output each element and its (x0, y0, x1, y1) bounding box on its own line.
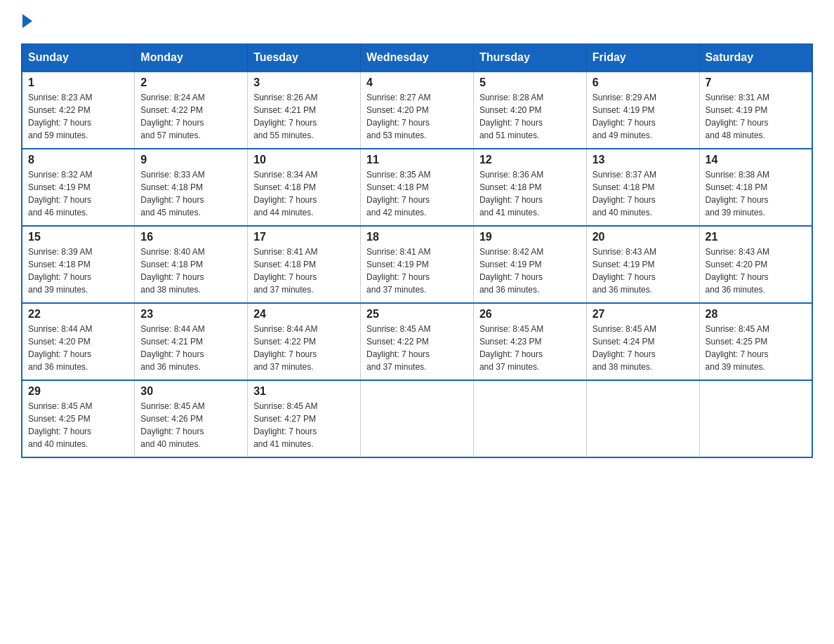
day-cell: 10Sunrise: 8:34 AMSunset: 4:18 PMDayligh… (248, 149, 361, 226)
column-header-friday: Friday (586, 44, 699, 72)
day-info: Sunrise: 8:43 AMSunset: 4:19 PMDaylight:… (593, 246, 694, 296)
day-info: Sunrise: 8:23 AMSunset: 4:22 PMDaylight:… (28, 91, 128, 142)
day-info: Sunrise: 8:26 AMSunset: 4:21 PMDaylight:… (253, 91, 355, 142)
day-cell: 2Sunrise: 8:24 AMSunset: 4:22 PMDaylight… (135, 72, 248, 149)
week-row-4: 22Sunrise: 8:44 AMSunset: 4:20 PMDayligh… (22, 303, 812, 380)
day-cell: 8Sunrise: 8:32 AMSunset: 4:19 PMDaylight… (22, 149, 135, 226)
day-number: 17 (253, 231, 355, 243)
day-number: 7 (706, 76, 806, 89)
day-info: Sunrise: 8:45 AMSunset: 4:24 PMDaylight:… (593, 323, 694, 373)
day-cell: 24Sunrise: 8:44 AMSunset: 4:22 PMDayligh… (248, 303, 361, 380)
day-number: 12 (479, 154, 581, 166)
day-info: Sunrise: 8:44 AMSunset: 4:21 PMDaylight:… (140, 323, 241, 373)
day-cell (473, 380, 586, 457)
day-number: 19 (479, 231, 581, 243)
day-cell: 3Sunrise: 8:26 AMSunset: 4:21 PMDaylight… (248, 72, 361, 149)
column-header-wednesday: Wednesday (361, 44, 474, 72)
day-info: Sunrise: 8:40 AMSunset: 4:18 PMDaylight:… (140, 246, 241, 296)
day-info: Sunrise: 8:37 AMSunset: 4:18 PMDaylight:… (593, 168, 694, 219)
day-cell (699, 380, 812, 457)
day-number: 4 (366, 76, 468, 89)
day-info: Sunrise: 8:45 AMSunset: 4:26 PMDaylight:… (140, 400, 241, 450)
day-info: Sunrise: 8:32 AMSunset: 4:19 PMDaylight:… (28, 168, 128, 219)
day-info: Sunrise: 8:44 AMSunset: 4:22 PMDaylight:… (253, 323, 355, 373)
day-number: 13 (593, 154, 694, 166)
day-number: 23 (140, 308, 241, 321)
day-number: 16 (140, 231, 241, 243)
day-number: 2 (140, 76, 241, 89)
day-cell: 26Sunrise: 8:45 AMSunset: 4:23 PMDayligh… (473, 303, 586, 380)
day-cell: 6Sunrise: 8:29 AMSunset: 4:19 PMDaylight… (586, 72, 699, 149)
column-header-monday: Monday (135, 44, 248, 72)
day-number: 9 (140, 154, 241, 166)
page-header (21, 14, 813, 29)
day-cell: 7Sunrise: 8:31 AMSunset: 4:19 PMDaylight… (699, 72, 812, 149)
day-cell: 4Sunrise: 8:27 AMSunset: 4:20 PMDaylight… (361, 72, 474, 149)
day-number: 20 (593, 231, 694, 243)
column-header-sunday: Sunday (22, 44, 135, 72)
column-header-thursday: Thursday (473, 44, 586, 72)
header-row: SundayMondayTuesdayWednesdayThursdayFrid… (22, 44, 812, 72)
week-row-2: 8Sunrise: 8:32 AMSunset: 4:19 PMDaylight… (22, 149, 812, 226)
day-number: 11 (366, 154, 468, 166)
week-row-1: 1Sunrise: 8:23 AMSunset: 4:22 PMDaylight… (22, 72, 812, 149)
day-number: 27 (593, 308, 694, 321)
day-cell: 19Sunrise: 8:42 AMSunset: 4:19 PMDayligh… (473, 226, 586, 303)
column-header-tuesday: Tuesday (248, 44, 361, 72)
day-info: Sunrise: 8:27 AMSunset: 4:20 PMDaylight:… (366, 91, 468, 142)
day-cell: 29Sunrise: 8:45 AMSunset: 4:25 PMDayligh… (22, 380, 135, 457)
day-info: Sunrise: 8:35 AMSunset: 4:18 PMDaylight:… (366, 168, 468, 219)
day-info: Sunrise: 8:45 AMSunset: 4:23 PMDaylight:… (479, 323, 581, 373)
day-number: 21 (706, 231, 806, 243)
day-info: Sunrise: 8:41 AMSunset: 4:19 PMDaylight:… (366, 246, 468, 296)
day-info: Sunrise: 8:42 AMSunset: 4:19 PMDaylight:… (479, 246, 581, 296)
day-number: 22 (28, 308, 128, 321)
day-number: 25 (366, 308, 468, 321)
day-number: 24 (253, 308, 355, 321)
day-number: 18 (366, 231, 468, 243)
day-info: Sunrise: 8:43 AMSunset: 4:20 PMDaylight:… (706, 246, 806, 296)
day-number: 6 (593, 76, 694, 89)
day-cell (586, 380, 699, 457)
week-row-3: 15Sunrise: 8:39 AMSunset: 4:18 PMDayligh… (22, 226, 812, 303)
day-info: Sunrise: 8:28 AMSunset: 4:20 PMDaylight:… (479, 91, 581, 142)
day-cell: 13Sunrise: 8:37 AMSunset: 4:18 PMDayligh… (586, 149, 699, 226)
day-cell: 30Sunrise: 8:45 AMSunset: 4:26 PMDayligh… (135, 380, 248, 457)
day-info: Sunrise: 8:34 AMSunset: 4:18 PMDaylight:… (253, 168, 355, 219)
day-info: Sunrise: 8:45 AMSunset: 4:25 PMDaylight:… (706, 323, 806, 373)
day-number: 31 (253, 385, 355, 398)
day-number: 29 (28, 385, 128, 398)
day-cell: 20Sunrise: 8:43 AMSunset: 4:19 PMDayligh… (586, 226, 699, 303)
day-number: 28 (706, 308, 806, 321)
day-number: 26 (479, 308, 581, 321)
logo-arrow-icon (22, 14, 32, 28)
day-number: 1 (28, 76, 128, 89)
day-cell: 23Sunrise: 8:44 AMSunset: 4:21 PMDayligh… (135, 303, 248, 380)
day-cell: 27Sunrise: 8:45 AMSunset: 4:24 PMDayligh… (586, 303, 699, 380)
day-cell: 16Sunrise: 8:40 AMSunset: 4:18 PMDayligh… (135, 226, 248, 303)
day-info: Sunrise: 8:39 AMSunset: 4:18 PMDaylight:… (28, 246, 128, 296)
day-info: Sunrise: 8:29 AMSunset: 4:19 PMDaylight:… (593, 91, 694, 142)
day-info: Sunrise: 8:24 AMSunset: 4:22 PMDaylight:… (140, 91, 241, 142)
day-info: Sunrise: 8:36 AMSunset: 4:18 PMDaylight:… (479, 168, 581, 219)
day-cell: 12Sunrise: 8:36 AMSunset: 4:18 PMDayligh… (473, 149, 586, 226)
day-info: Sunrise: 8:45 AMSunset: 4:27 PMDaylight:… (253, 400, 355, 450)
logo (21, 14, 32, 29)
day-info: Sunrise: 8:41 AMSunset: 4:18 PMDaylight:… (253, 246, 355, 296)
day-cell: 17Sunrise: 8:41 AMSunset: 4:18 PMDayligh… (248, 226, 361, 303)
week-row-5: 29Sunrise: 8:45 AMSunset: 4:25 PMDayligh… (22, 380, 812, 457)
day-number: 5 (479, 76, 581, 89)
calendar-table: SundayMondayTuesdayWednesdayThursdayFrid… (21, 43, 813, 458)
day-number: 30 (140, 385, 241, 398)
day-cell: 1Sunrise: 8:23 AMSunset: 4:22 PMDaylight… (22, 72, 135, 149)
column-header-saturday: Saturday (699, 44, 812, 72)
day-info: Sunrise: 8:38 AMSunset: 4:18 PMDaylight:… (706, 168, 806, 219)
day-cell: 25Sunrise: 8:45 AMSunset: 4:22 PMDayligh… (361, 303, 474, 380)
day-cell: 22Sunrise: 8:44 AMSunset: 4:20 PMDayligh… (22, 303, 135, 380)
day-info: Sunrise: 8:45 AMSunset: 4:22 PMDaylight:… (366, 323, 468, 373)
day-number: 8 (28, 154, 128, 166)
day-info: Sunrise: 8:45 AMSunset: 4:25 PMDaylight:… (28, 400, 128, 450)
day-number: 15 (28, 231, 128, 243)
day-cell: 5Sunrise: 8:28 AMSunset: 4:20 PMDaylight… (473, 72, 586, 149)
day-info: Sunrise: 8:44 AMSunset: 4:20 PMDaylight:… (28, 323, 128, 373)
